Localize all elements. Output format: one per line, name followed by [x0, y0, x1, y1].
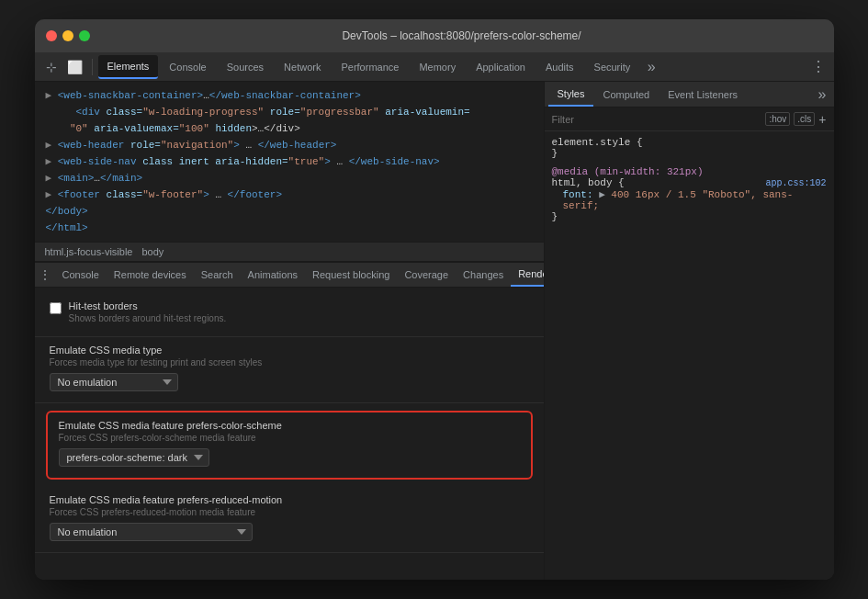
tab-audits[interactable]: Audits	[536, 55, 583, 79]
tab-computed[interactable]: Computed	[593, 83, 659, 107]
tab-network[interactable]: Network	[275, 55, 330, 79]
code-line: </html>	[35, 220, 544, 236]
drawer-tab-request-blocking[interactable]: Request blocking	[305, 263, 397, 287]
hit-test-option: Hit-test borders Shows borders around hi…	[50, 295, 529, 329]
window-title: DevTools – localhost:8080/prefers-color-…	[101, 29, 823, 42]
device-icon[interactable]: ⬜	[64, 56, 86, 78]
css-closing-brace: }	[552, 211, 827, 222]
tab-memory[interactable]: Memory	[410, 55, 465, 79]
tab-security[interactable]: Security	[585, 55, 640, 79]
drawer-tab-search[interactable]: Search	[194, 263, 241, 287]
toolbar-right: ⋮	[808, 57, 829, 77]
hov-button[interactable]: :hov	[765, 112, 790, 126]
hit-test-desc: Shows borders around hit-test regions.	[69, 313, 227, 323]
cursor-icon[interactable]: ⊹	[40, 56, 62, 78]
expand-arrow[interactable]: ▶	[46, 90, 52, 101]
drawer-tab-remote-devices[interactable]: Remote devices	[107, 263, 194, 287]
expand-arrow[interactable]: ▶	[46, 156, 52, 167]
prefers-reduced-motion-desc: Forces CSS prefers-reduced-motion media …	[50, 507, 529, 517]
prefers-color-scheme-label: Emulate CSS media feature prefers-color-…	[59, 420, 520, 431]
media-rule: @media (min-width: 321px) html, body { a…	[552, 166, 827, 222]
close-button[interactable]	[46, 30, 57, 41]
filter-bar: :hov .cls +	[545, 107, 834, 131]
prefers-reduced-motion-select[interactable]: No emulation prefers-reduced-motion: red…	[50, 523, 253, 541]
cls-button[interactable]: .cls	[794, 112, 815, 126]
tab-event-listeners[interactable]: Event Listeners	[659, 83, 747, 107]
expand-arrow[interactable]: ▶	[46, 173, 52, 184]
left-panel: ▶ <web-snackbar-container>…</web-snackba…	[35, 82, 545, 580]
breadcrumb-item-body[interactable]: body	[139, 245, 166, 258]
css-media-type-desc: Forces media type for testing print and …	[50, 357, 529, 367]
code-line: ▶ <web-snackbar-container>…</web-snackba…	[35, 87, 544, 104]
drawer-tab-changes[interactable]: Changes	[456, 263, 511, 287]
css-at-rule: @media (min-width: 321px)	[552, 166, 827, 177]
drawer-tabs: ⋮ Console Remote devices Search Animatio…	[35, 262, 544, 288]
breadcrumb: html.js-focus-visible body	[35, 242, 544, 262]
css-property-block: font: ▶ 400 16px / 1.5 "Roboto", sans-se…	[552, 188, 827, 211]
drawer-tab-rendering[interactable]: Rendering ✕	[511, 263, 544, 287]
css-selector: element.style {	[552, 137, 827, 148]
tab-application[interactable]: Application	[467, 55, 535, 79]
styles-tabs: Styles Computed Event Listeners »	[545, 82, 834, 107]
prefers-reduced-motion-group: Emulate CSS media feature prefers-reduce…	[35, 487, 544, 553]
dom-tree: ▶ <web-snackbar-container>…</web-snackba…	[35, 82, 544, 242]
css-source-link[interactable]: app.css:102	[765, 178, 826, 188]
title-bar: DevTools – localhost:8080/prefers-color-…	[35, 19, 834, 52]
devtools-window: DevTools – localhost:8080/prefers-color-…	[35, 19, 834, 580]
code-line: ▶ <footer class="w-footer"> … </footer>	[35, 186, 544, 203]
code-line: ▶ <web-header role="navigation"> … </web…	[35, 137, 544, 153]
code-line: ▶ <main>…</main>	[35, 170, 544, 186]
code-line: <div class="w-loading-progress" role="pr…	[35, 104, 544, 120]
styles-more-icon[interactable]: »	[815, 86, 830, 103]
prefers-color-scheme-select[interactable]: No emulation prefers-color-scheme: dark …	[59, 448, 209, 467]
prefers-color-scheme-desc: Forces CSS prefers-color-scheme media fe…	[59, 433, 520, 443]
hit-test-label: Hit-test borders	[69, 300, 227, 311]
traffic-lights	[46, 30, 90, 41]
css-closing-brace: }	[552, 148, 827, 159]
devtools-menu-button[interactable]: ⋮	[808, 57, 829, 77]
css-media-type-label: Emulate CSS media type	[50, 345, 529, 356]
tab-styles[interactable]: Styles	[548, 83, 594, 107]
tab-elements[interactable]: Elements	[98, 55, 159, 79]
code-line: </body>	[35, 203, 544, 220]
rendering-panel: Hit-test borders Shows borders around hi…	[35, 288, 544, 580]
more-tabs-button[interactable]: »	[641, 57, 661, 77]
add-style-rule-button[interactable]: +	[818, 112, 826, 127]
main-toolbar: ⊹ ⬜ Elements Console Sources Network Per…	[35, 52, 834, 82]
filter-input[interactable]	[552, 114, 762, 125]
css-rule-header: html, body { app.css:102	[552, 177, 827, 188]
hit-test-text: Hit-test borders Shows borders around hi…	[69, 300, 227, 323]
tab-console[interactable]: Console	[160, 55, 215, 79]
hit-test-checkbox[interactable]	[50, 302, 62, 314]
drawer-tab-coverage[interactable]: Coverage	[397, 263, 456, 287]
hit-test-section: Hit-test borders Shows borders around hi…	[35, 288, 544, 337]
breadcrumb-item-html[interactable]: html.js-focus-visible	[42, 245, 136, 258]
toolbar-separator	[92, 59, 93, 75]
drawer-menu-icon[interactable]: ⋮	[39, 265, 51, 285]
tab-sources[interactable]: Sources	[218, 55, 273, 79]
tab-performance[interactable]: Performance	[332, 55, 408, 79]
drawer-tab-animations[interactable]: Animations	[241, 263, 305, 287]
minimize-button[interactable]	[62, 30, 73, 41]
expand-arrow[interactable]: ▶	[46, 189, 52, 200]
expand-arrow[interactable]: ▶	[46, 140, 52, 151]
drawer-tab-console[interactable]: Console	[55, 263, 107, 287]
prefers-color-scheme-group: Emulate CSS media feature prefers-color-…	[46, 411, 533, 480]
code-line: "0" aria-valuemax="100" hidden>…</div>	[35, 120, 544, 137]
css-media-type-group: Emulate CSS media type Forces media type…	[35, 337, 544, 403]
prefers-reduced-motion-label: Emulate CSS media feature prefers-reduce…	[50, 494, 529, 505]
css-media-type-select[interactable]: No emulation print screen	[50, 373, 178, 391]
code-line: ▶ <web-side-nav class inert aria-hidden=…	[35, 153, 544, 170]
styles-content: element.style { } @media (min-width: 321…	[545, 131, 834, 580]
main-content: ▶ <web-snackbar-container>…</web-snackba…	[35, 82, 834, 580]
maximize-button[interactable]	[79, 30, 90, 41]
css-selector: html, body {	[552, 177, 625, 188]
element-style-rule: element.style { }	[552, 137, 827, 159]
right-panel: Styles Computed Event Listeners » :hov .…	[545, 82, 834, 580]
